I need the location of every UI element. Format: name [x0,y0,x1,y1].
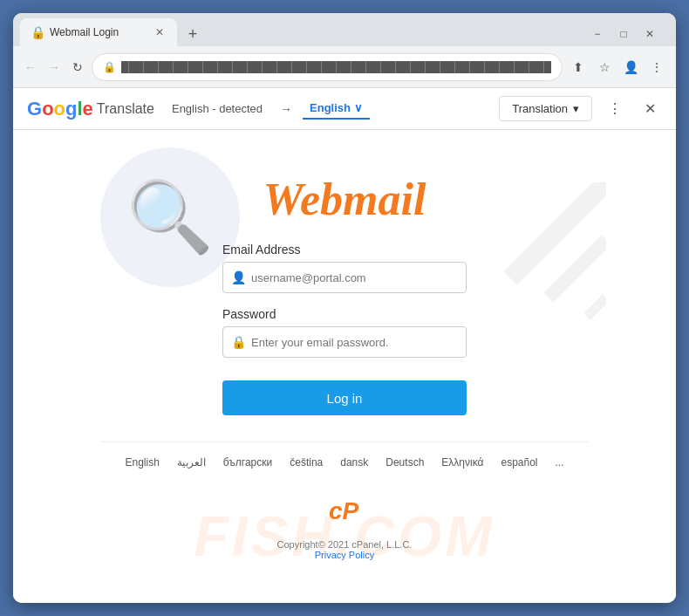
lang-english[interactable]: English [125,456,159,469]
refresh-button[interactable]: ↻ [68,55,88,79]
translate-label: Translate [97,101,154,117]
svg-line-2 [587,298,606,317]
active-tab[interactable]: 🔒 Webmail Login ✕ [20,18,177,46]
chevron-down-icon: ∨ [354,101,363,114]
lang-german[interactable]: Deutsch [385,456,424,469]
svg-line-1 [549,240,606,298]
lock-icon: 🔒 [103,61,116,73]
dropdown-arrow-icon: ▾ [573,102,579,115]
cpanel-privacy-link[interactable]: Privacy Policy [315,550,374,560]
user-icon: 👤 [231,270,246,284]
lang-danish[interactable]: dansk [340,456,368,469]
password-input[interactable] [222,326,467,358]
lang-czech[interactable]: čeština [290,456,323,469]
cpanel-copyright: Copyright© 2021 cPanel, L.L.C. [277,539,413,550]
tab-bar: 🔒 Webmail Login ✕ + − □ ✕ [13,13,676,46]
login-button[interactable]: Log in [222,380,467,415]
lang-spanish[interactable]: español [501,456,537,469]
google-translate-logo: Google Translate [27,98,154,120]
toolbar-icons: ⬆ ☆ 👤 ⋮ [566,55,669,79]
svg-line-0 [510,182,606,278]
webmail-logo: Webmail [263,174,426,225]
language-links: English العربية български čeština dansk … [100,441,589,483]
lang-arabic[interactable]: العربية [177,456,206,469]
target-language-button[interactable]: English ∨ [303,98,370,120]
webmail-container: 🔍 FISH.COM Webmail Email Address � [83,130,606,603]
lang-bulgarian[interactable]: български [223,456,272,469]
translation-button[interactable]: Translation ▾ [499,96,592,121]
maximize-button[interactable]: □ [611,22,636,46]
menu-icon[interactable]: ⋮ [645,55,669,79]
email-form-group: Email Address 👤 [222,243,467,293]
lang-more[interactable]: ... [556,456,564,469]
svg-text:cP: cP [329,497,359,524]
back-button[interactable]: ← [20,55,40,79]
source-language: English - detected [165,99,269,119]
profile-icon[interactable]: 👤 [618,55,643,79]
watermark-magnify-icon: 🔍 [126,176,214,258]
share-icon[interactable]: ⬆ [566,55,590,79]
cpanel-logo-svg: cP [327,493,362,528]
email-input-wrapper: 👤 [222,262,467,293]
email-label: Email Address [222,243,467,257]
address-text: ████████████████████████████████████████… [121,61,551,73]
translate-more-button[interactable]: ⋮ [603,97,627,121]
forward-button[interactable]: → [44,55,64,79]
translate-bar: Google Translate English - detected → En… [13,88,676,130]
password-label: Password [222,307,467,321]
tab-favicon: 🔒 [31,25,44,39]
watermark-circle: 🔍 [100,147,240,287]
tab-close-button[interactable]: ✕ [153,25,167,39]
address-field[interactable]: 🔒 ██████████████████████████████████████… [92,53,563,81]
lang-greek[interactable]: Ελληνικά [441,456,483,469]
password-input-wrapper: 🔒 [222,326,467,358]
page-footer: cP Copyright© 2021 cPanel, L.L.C. Privac… [277,483,413,578]
cpanel-logo: cP [327,493,362,534]
window-controls: − □ ✕ [578,22,669,46]
close-window-button[interactable]: ✕ [638,22,662,46]
bookmark-icon[interactable]: ☆ [592,55,617,79]
address-bar: ← → ↻ 🔒 ████████████████████████████████… [13,46,676,88]
minimize-button[interactable]: − [585,22,610,46]
page-content: 🔍 FISH.COM Webmail Email Address � [13,130,676,603]
email-input[interactable] [222,262,467,293]
arrow-icon: → [280,102,292,116]
lock-icon: 🔒 [231,335,246,349]
tab-title: Webmail Login [50,26,147,38]
browser-window: 🔒 Webmail Login ✕ + − □ ✕ ← → ↻ 🔒 ██████… [13,13,676,603]
translate-close-button[interactable]: ✕ [638,97,662,121]
new-tab-button[interactable]: + [181,22,205,46]
password-form-group: Password 🔒 [222,307,467,358]
google-g: Google [27,98,93,120]
